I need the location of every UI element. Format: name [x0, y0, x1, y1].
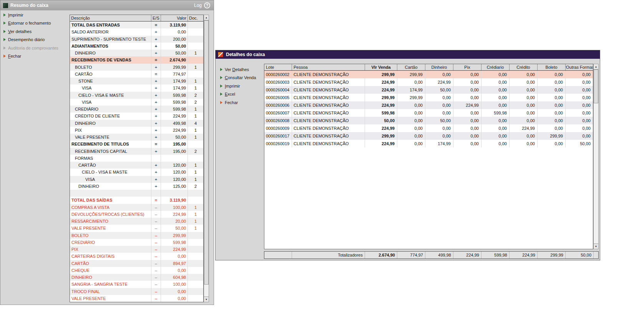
cell-es: +: [151, 176, 161, 183]
menu-item-label: Ver Detalhes: [225, 67, 249, 72]
table-row[interactable]: COMPRAS A VISTA–100,001: [70, 204, 203, 211]
menu-item-imprimir[interactable]: Imprimir: [220, 82, 262, 90]
cell-value: 224,99: [365, 140, 397, 147]
scrollbar-thumb[interactable]: [594, 70, 598, 103]
menu-item-excel[interactable]: Excel: [220, 90, 262, 99]
cell-es: =: [151, 141, 161, 147]
table-row[interactable]: BOLETO–299,99: [70, 232, 203, 239]
menu-item-auditoria-de-comprovantes[interactable]: Auditoria de comprovantes: [3, 44, 68, 52]
table-row[interactable]: 0000260006CLIENTE DEMONSTRAÇÃO224,990,00…: [264, 101, 593, 109]
cell-es: –: [151, 281, 161, 288]
table-row[interactable]: SUPRIMENTO - SUPRIMENTO TESTE+200,00: [70, 36, 203, 43]
resumo-do-caixa-window: Resumo do caixa Log ? ImprimirEstornar o…: [0, 0, 214, 305]
table-row[interactable]: 0000260017CLIENTE DEMONSTRAÇÃO299,990,00…: [264, 132, 593, 140]
scrollbar-thumb[interactable]: [204, 20, 209, 285]
table-row[interactable]: TROCO FINAL–0,00: [70, 288, 203, 295]
menu-item-fechar[interactable]: Fechar: [220, 98, 262, 107]
cell-descricao: CARTÃO: [70, 71, 151, 78]
table-row[interactable]: FORMAS: [70, 155, 203, 162]
table-row[interactable]: RECEBIMENTO DE TITULOS=195,00: [70, 141, 203, 147]
menu-item-fechar[interactable]: Fechar: [3, 52, 68, 61]
table-row[interactable]: CIELO - VISA E MASTE+120,001: [70, 169, 203, 176]
table-row[interactable]: CARTÃO+120,001: [70, 162, 203, 169]
menu-item-imprimir[interactable]: Imprimir: [3, 11, 68, 19]
resumo-scrollbar[interactable]: ▲ ▼: [204, 15, 209, 302]
table-row[interactable]: PIX–224,99: [70, 246, 203, 253]
scroll-down-icon[interactable]: ▼: [594, 244, 598, 249]
column-header-credito: Crédito: [510, 64, 538, 70]
table-row[interactable]: DINHEIRO+50,001: [70, 50, 203, 56]
table-row[interactable]: 0000260008CLIENTE DEMONSTRAÇÃO50,000,005…: [264, 117, 593, 124]
table-row[interactable]: TOTAL DAS SAÍDAS=3.119,90: [70, 197, 203, 204]
table-row[interactable]: DINHEIRO+125,002: [70, 183, 203, 190]
table-row[interactable]: DINHEIRO–604,98: [70, 274, 203, 281]
table-row[interactable]: DEVOLUÇÕES/TROCAS (CLIENTES)–224,991: [70, 211, 203, 218]
detalhes-scrollbar[interactable]: ▲ ▼: [593, 64, 599, 249]
cell-descricao: FORMAS: [70, 155, 151, 162]
menu-item-consultar-venda[interactable]: Consultar Venda: [220, 74, 262, 82]
table-row[interactable]: VISA+174,991: [70, 84, 203, 91]
table-row[interactable]: RECEBIMENTOS DE VENDAS=2.674,90: [70, 56, 203, 63]
cell-value: 224,99: [365, 86, 397, 94]
table-row[interactable]: 0000260003CLIENTE DEMONSTRAÇÃO224,990,00…: [264, 78, 593, 86]
scroll-up-icon[interactable]: ▲: [204, 15, 209, 20]
table-row[interactable]: PIX+224,991: [70, 127, 203, 134]
cell-descricao: VALE PRESENTE: [70, 295, 151, 302]
cell-descricao: RECEBIMENTOS CAPITAL: [70, 148, 151, 155]
table-row[interactable]: 0000260007CLIENTE DEMONSTRAÇÃO599,980,00…: [264, 109, 593, 117]
scroll-down-icon[interactable]: ▼: [204, 297, 209, 302]
table-row[interactable]: CRÉDITO DE CLIENTE+224,991: [70, 113, 203, 119]
table-row[interactable]: 0000260019CLIENTE DEMONSTRAÇÃO224,990,00…: [264, 140, 593, 147]
menu-item-ver-detalhes[interactable]: Ver Detalhes: [220, 65, 262, 74]
table-row[interactable]: 0000260009CLIENTE DEMONSTRAÇÃO224,990,00…: [264, 124, 593, 132]
resumo-titlebar[interactable]: Resumo do caixa Log ?: [0, 0, 214, 10]
cell-doc: [188, 232, 203, 239]
column-header-vlr-venda: Vlr Venda: [365, 64, 397, 70]
menu-item-ver-detalhes[interactable]: Ver detalhes: [3, 27, 68, 36]
table-row[interactable]: CREDIÁRIO+599,981: [70, 106, 203, 113]
cell-doc: 1: [188, 169, 203, 176]
table-row[interactable]: DINHEIRO+499,984: [70, 120, 203, 127]
table-row[interactable]: CREDIÁRIO–599,98: [70, 239, 203, 246]
table-row[interactable]: VISA+120,001: [70, 176, 203, 183]
menu-item-estornar-o-fechamento[interactable]: Estornar o fechamento: [3, 19, 68, 28]
menu-item-desempenho-diario[interactable]: Desempenho diário: [3, 36, 68, 44]
table-row[interactable]: BOLETO+299,991: [70, 64, 203, 71]
table-row[interactable]: VALE PRESENTE+50,001: [70, 134, 203, 141]
table-row[interactable]: CHEQUE–0,00: [70, 267, 203, 274]
cell-doc: [188, 71, 203, 78]
table-row[interactable]: SALDO ANTERIOR+0,00: [70, 28, 203, 35]
detalhes-titlebar[interactable]: Detalhes do caixa: [216, 50, 600, 59]
table-row[interactable]: VALE PRESENTE–50,001: [70, 225, 203, 232]
table-row[interactable]: TOTAL DAS ENTRADAS=3.119,90: [70, 22, 203, 28]
table-row[interactable]: VALE PRESENTE–0,00: [70, 295, 203, 302]
table-row[interactable]: [70, 190, 203, 197]
scroll-up-icon[interactable]: ▲: [594, 64, 598, 70]
table-row[interactable]: 0000260005CLIENTE DEMONSTRAÇÃO299,99299,…: [264, 94, 593, 101]
table-row[interactable]: CARTEIRAS DIGITAIS–0,00: [70, 253, 203, 260]
table-row[interactable]: CARTÃO=774,97: [70, 71, 203, 78]
cell-value: 299,99: [538, 132, 566, 140]
table-row[interactable]: VISA+599,982: [70, 99, 203, 106]
table-row[interactable]: STONE+174,991: [70, 78, 203, 84]
table-row[interactable]: ADIANTAMENTOS+50,00: [70, 43, 203, 50]
help-icon[interactable]: ?: [204, 2, 210, 8]
cell-value: 299,99: [365, 71, 397, 78]
table-row[interactable]: SANGRIA - SANGRIA TESTE–100,00: [70, 281, 203, 288]
table-row[interactable]: CIELO - VISA E MASTE+599,982: [70, 92, 203, 99]
cell-doc: [188, 267, 203, 274]
cell-es: +: [151, 28, 161, 35]
resumo-table-body: TOTAL DAS ENTRADAS=3.119,90SALDO ANTERIO…: [70, 22, 203, 302]
cell-doc: [188, 197, 203, 204]
cell-es: +: [151, 134, 161, 141]
column-header-doc: Doc.: [188, 15, 203, 21]
table-row[interactable]: CARTÃO–894,97: [70, 260, 203, 267]
cell-value: 224,99: [365, 78, 397, 86]
log-button[interactable]: Log: [194, 3, 202, 8]
cell-value: 0,00: [510, 109, 538, 117]
cell-es: +: [151, 43, 161, 50]
table-row[interactable]: RESSARCIMENTO–20,001: [70, 218, 203, 225]
table-row[interactable]: 0000260004CLIENTE DEMONSTRAÇÃO224,99174,…: [264, 86, 593, 94]
table-row[interactable]: 0000260002CLIENTE DEMONSTRAÇÃO299,99299,…: [264, 71, 593, 78]
table-row[interactable]: RECEBIMENTOS CAPITAL+195,002: [70, 148, 203, 155]
